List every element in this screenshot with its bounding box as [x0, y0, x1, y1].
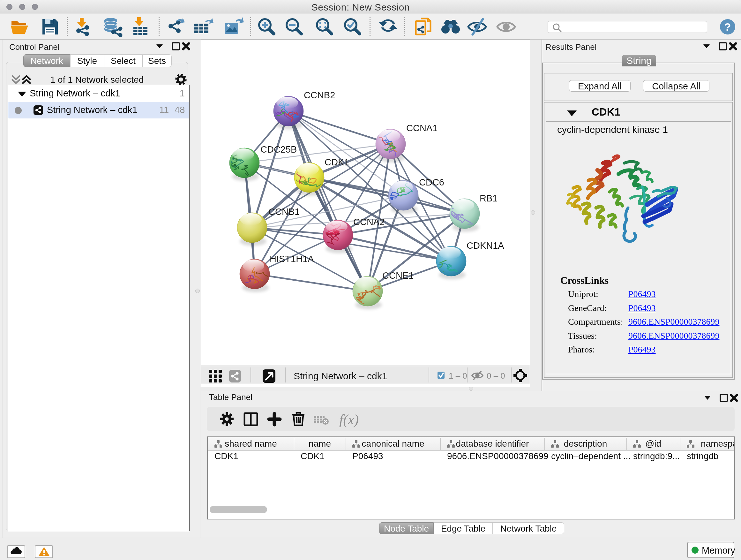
svg-text:0 – 0: 0 – 0 [487, 371, 505, 381]
svg-text:f(x): f(x) [339, 412, 359, 428]
svg-text:CCNE1: CCNE1 [382, 270, 414, 281]
svg-text:CDC6: CDC6 [419, 177, 444, 187]
svg-text:CDKN1A: CDKN1A [467, 240, 504, 251]
svg-text:CCNB1: CCNB1 [268, 206, 300, 217]
svg-text:CCNA1: CCNA1 [406, 123, 437, 133]
svg-text:RB1: RB1 [480, 193, 497, 203]
svg-text:CCNB2: CCNB2 [304, 90, 335, 100]
svg-text:CDK1: CDK1 [325, 157, 349, 167]
svg-text:1 – 0: 1 – 0 [449, 371, 467, 381]
svg-text:CCNA2: CCNA2 [353, 217, 385, 227]
svg-text:CDC25B: CDC25B [260, 144, 297, 154]
svg-text:?: ? [724, 21, 731, 33]
svg-text:HIST1H1A: HIST1H1A [270, 254, 314, 264]
svg-text:String Network – cdk1: String Network – cdk1 [293, 371, 387, 381]
